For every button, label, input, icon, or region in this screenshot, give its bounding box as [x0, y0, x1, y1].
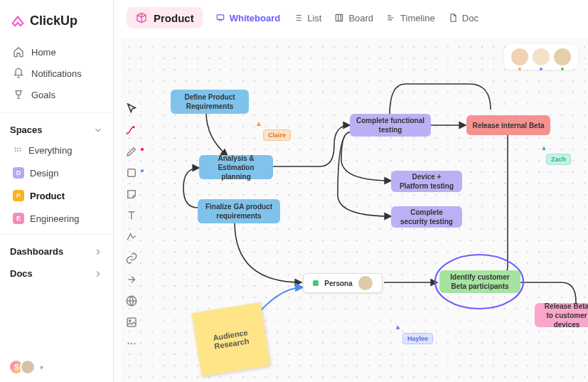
svg-rect-12 [127, 318, 136, 327]
line-tool[interactable] [125, 230, 138, 243]
node-finalize[interactable]: Finalize GA product requirements [198, 199, 280, 223]
svg-point-9 [133, 126, 135, 128]
whiteboard-canvas[interactable]: Define Product Requirements Analysis & E… [121, 38, 588, 382]
presence-avatar-2 [533, 48, 550, 65]
trophy-icon [13, 89, 24, 100]
sidebar: ClickUp Home Notifications Goals Spaces … [0, 0, 114, 382]
clickup-logo-icon [10, 13, 26, 28]
view-board[interactable]: Board [334, 13, 373, 23]
presence-bar[interactable] [504, 44, 578, 70]
presence-avatar-3 [554, 48, 571, 65]
persona-label: Persona [324, 279, 352, 288]
svg-point-13 [129, 320, 131, 322]
engineering-badge: E [13, 213, 24, 224]
cursor-tag-haylee: Haylee [402, 333, 433, 344]
avatar-photo [20, 359, 36, 375]
bell-icon [13, 68, 24, 79]
whiteboard-icon [215, 13, 225, 23]
chevron-right-icon [93, 247, 103, 257]
brand-text: ClickUp [30, 14, 77, 28]
nav-goals[interactable]: Goals [6, 84, 107, 105]
node-functional[interactable]: Complete functional testing [350, 114, 431, 137]
web-tool[interactable] [125, 295, 138, 307]
dashboards-header[interactable]: Dashboards [0, 239, 113, 261]
chevron-down-icon: ▾ [40, 364, 43, 371]
node-define[interactable]: Define Product Requirements [171, 90, 249, 114]
sidebar-item-product[interactable]: P Product [4, 186, 109, 206]
svg-rect-10 [128, 169, 136, 177]
sidebar-item-everything[interactable]: Everything [4, 141, 109, 160]
cursor-tag-claire: Claire [263, 129, 291, 141]
canvas-toolbar [121, 102, 142, 350]
svg-point-16 [134, 343, 135, 344]
cursor-tag-zach: Zach [546, 154, 571, 165]
user-avatars[interactable]: S ▾ [9, 359, 43, 375]
node-analysis[interactable]: Analysis & Estimation planning [199, 155, 273, 179]
spaces-header[interactable]: Spaces [0, 117, 113, 139]
node-security[interactable]: Complete security testing [391, 206, 462, 228]
sidebar-item-design[interactable]: D Design [4, 163, 109, 183]
svg-point-14 [127, 343, 129, 344]
nav-notifications[interactable]: Notifications [6, 63, 107, 84]
board-icon [334, 13, 344, 23]
sidebar-item-engineering[interactable]: E Engineering [4, 208, 109, 228]
chevron-right-icon [93, 269, 103, 279]
design-label: Design [30, 168, 58, 179]
engineering-label: Engineering [30, 213, 79, 224]
nav-notifications-label: Notifications [31, 68, 82, 79]
node-identify[interactable]: Identify customer Beta participants [439, 270, 520, 293]
presence-avatar-1 [511, 48, 528, 65]
doc-icon [448, 13, 458, 23]
pointer-tool[interactable] [125, 102, 138, 115]
text-tool[interactable] [125, 209, 138, 222]
svg-point-2 [20, 147, 21, 149]
node-release[interactable]: Release internal Beta [466, 115, 550, 135]
home-icon [13, 46, 24, 58]
view-whiteboard-label: Whiteboard [230, 13, 281, 23]
everything-label: Everything [28, 145, 72, 156]
product-label: Product [30, 191, 65, 201]
more-tool[interactable] [125, 273, 138, 286]
view-list[interactable]: List [293, 13, 321, 23]
view-board-label: Board [348, 13, 373, 23]
connector-tool[interactable] [125, 124, 138, 137]
persona-avatar [358, 276, 373, 290]
pen-tool[interactable] [125, 145, 138, 158]
spaces-header-label: Spaces [10, 124, 43, 135]
timeline-icon [386, 13, 396, 23]
image-tool[interactable] [125, 316, 138, 329]
logo[interactable]: ClickUp [0, 0, 113, 38]
dashboards-label: Dashboards [10, 246, 63, 257]
design-badge: D [13, 167, 24, 179]
view-timeline[interactable]: Timeline [386, 13, 435, 23]
nav-goals-label: Goals [31, 90, 55, 100]
docs-header[interactable]: Docs [0, 261, 113, 283]
link-tool[interactable] [125, 252, 138, 265]
node-persona[interactable]: Persona [303, 273, 383, 293]
shape-tool[interactable] [125, 166, 138, 179]
view-doc-label: Doc [462, 13, 479, 23]
cube-icon [135, 11, 148, 24]
svg-rect-6 [217, 15, 223, 19]
node-release-beta[interactable]: Release Beta to customer devices [535, 303, 588, 327]
view-whiteboard[interactable]: Whiteboard [215, 13, 281, 23]
more-icon[interactable] [125, 337, 138, 350]
node-device[interactable]: Device + Platform testing [391, 171, 462, 192]
svg-point-1 [17, 147, 18, 149]
grid-dots-icon [13, 146, 23, 156]
topbar: Product Whiteboard List Board Timeline D… [121, 0, 588, 36]
status-dot-icon [313, 280, 319, 286]
svg-point-8 [127, 132, 129, 134]
sticky-audience[interactable]: Audience Research [192, 302, 271, 376]
list-icon [293, 13, 303, 23]
svg-point-5 [20, 150, 21, 152]
product-badge: P [13, 190, 24, 201]
nav-home[interactable]: Home [6, 41, 107, 63]
space-pill[interactable]: Product [127, 7, 203, 28]
view-list-label: List [307, 13, 321, 23]
sticky-tool[interactable] [125, 188, 138, 201]
svg-rect-7 [336, 14, 343, 21]
svg-point-3 [15, 150, 16, 152]
docs-label: Docs [10, 268, 33, 279]
view-doc[interactable]: Doc [448, 13, 479, 23]
